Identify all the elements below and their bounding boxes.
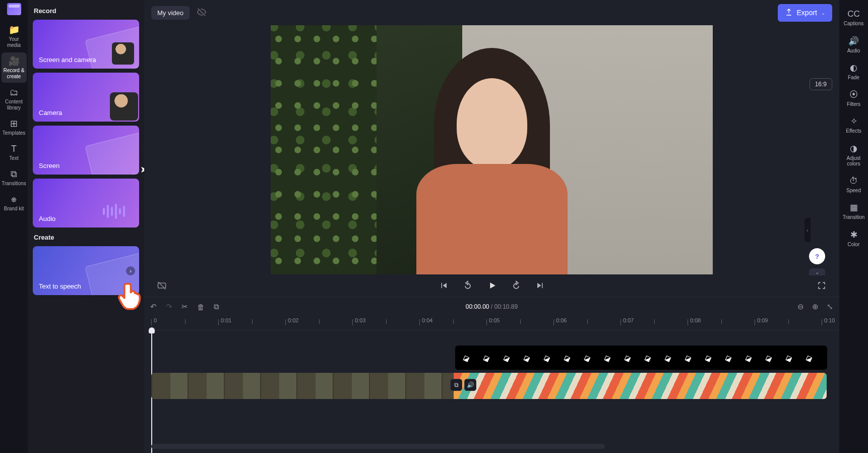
rec-card-label: Audio [39, 215, 55, 222]
rr-transition[interactable]: ▦Transition [841, 198, 867, 223]
nav-label: Transitions [2, 181, 26, 187]
effect-glyph-icon: ⬙ [541, 351, 555, 365]
rr-filters[interactable]: ⦿Filters [841, 86, 867, 110]
video-preview[interactable] [271, 25, 713, 274]
record-screen[interactable]: Screen [33, 126, 139, 175]
rr-adjust-colors[interactable]: ◑Adjust colors [841, 139, 867, 170]
rec-card-label: Camera [39, 109, 62, 117]
ruler-minor-tick [721, 319, 722, 324]
avatar-thumb-icon [112, 42, 134, 65]
nav-rail: 📁 Your media 🎥 Record & create 🗂 Content… [0, 0, 28, 453]
undo-button[interactable]: ↶ [150, 302, 157, 311]
rr-captions[interactable]: CCCaptions [841, 5, 867, 30]
zoom-in-button[interactable]: ⊕ [812, 302, 819, 311]
chevron-right-icon: › [126, 266, 135, 275]
rec-card-label: Text to speech [39, 282, 81, 290]
nav-text[interactable]: T Text [2, 140, 27, 164]
nav-brand-kit[interactable]: ⎈ Brand kit [2, 191, 27, 215]
project-title[interactable]: My video [151, 6, 190, 20]
ruler-minor-tick [386, 319, 387, 324]
record-camera[interactable]: Camera [33, 73, 139, 122]
skip-end-button[interactable] [535, 280, 546, 291]
effect-glyph-icon: ⬙ [763, 351, 777, 365]
play-button[interactable] [486, 280, 498, 291]
current-time: 00:00.00 [466, 303, 489, 310]
effects-track-clip[interactable]: ⬙⬙⬙⬙⬙⬙⬙⬙⬙⬙⬙⬙⬙⬙⬙⬙⬙⬙ [455, 346, 827, 370]
ruler-tick: 0:10 [822, 319, 822, 325]
nav-transitions[interactable]: ⧉ Transitions [2, 165, 27, 190]
ruler-tick: 0:01 [218, 319, 219, 325]
create-text-to-speech[interactable]: › Text to speech [33, 246, 139, 295]
app-logo[interactable] [7, 3, 21, 15]
effect-glyph-icon: ⬙ [481, 351, 495, 365]
timeline-ruler[interactable]: 00:010:020:030:040:050:060:070:080:090:1… [151, 316, 839, 330]
export-label: Export [797, 9, 817, 17]
redo-button[interactable]: ↷ [166, 302, 172, 311]
ruler-tick: 0:08 [688, 319, 688, 325]
nav-label: Record & create [2, 68, 27, 80]
brand-kit-icon: ⎈ [11, 195, 17, 204]
color-icon: ✱ [850, 230, 857, 240]
rewind-10-button[interactable] [462, 280, 473, 291]
ruler-tick: 0 [151, 319, 152, 325]
fullscreen-button[interactable] [816, 280, 827, 291]
panel-heading-record: Record [34, 7, 138, 15]
visibility-off-icon[interactable] [197, 7, 207, 19]
effect-glyph-icon: ⬙ [582, 351, 596, 365]
nav-record-create[interactable]: 🎥 Record & create [2, 52, 27, 83]
delete-button[interactable]: 🗑 [197, 303, 205, 311]
audio-badge-icon[interactable]: 🔊 [464, 379, 476, 391]
record-screen-and-camera[interactable]: Screen and camera [33, 20, 139, 69]
help-button[interactable]: ? [809, 248, 825, 264]
ruler-tick: 0:04 [419, 319, 420, 325]
rec-card-label: Screen and camera [39, 56, 96, 64]
rr-fade[interactable]: ◐Fade [841, 59, 867, 84]
chevron-down-icon: ⌄ [821, 10, 825, 16]
transition-badge-icon[interactable]: ⧉ [450, 379, 462, 391]
timeline-tracks[interactable]: ⬙⬙⬙⬙⬙⬙⬙⬙⬙⬙⬙⬙⬙⬙⬙⬙⬙⬙ ⧉ 🔊 [144, 330, 839, 453]
forward-10-button[interactable] [511, 280, 522, 291]
rr-color[interactable]: ✱Color [841, 225, 867, 251]
video-clip-2[interactable] [454, 373, 827, 399]
split-button[interactable]: ✂ [181, 302, 188, 311]
zoom-out-button[interactable]: ⊖ [797, 302, 804, 311]
nav-label: Brand kit [4, 206, 24, 212]
effect-glyph-icon: ⬙ [803, 351, 818, 365]
clip-join-controls: ⧉ 🔊 [450, 379, 476, 391]
filters-icon: ⦿ [849, 90, 858, 100]
timeline-toolbar: ↶ ↷ ✂ 🗑 ⧉ 00:00.00 / 00:10.89 ⊖ ⊕ ⤡ [144, 297, 839, 316]
nav-your-media[interactable]: 📁 Your media [2, 21, 27, 51]
preview-area: 16:9 ? ⌄ [144, 25, 839, 274]
transition-icon: ▦ [850, 202, 858, 213]
record-audio[interactable]: Audio [33, 179, 139, 228]
record-panel: Record Screen and camera Camera Screen A… [28, 0, 144, 453]
ruler-minor-tick [252, 319, 253, 324]
captions-icon: CC [847, 9, 860, 19]
pointer-cursor-icon: ➤ [140, 164, 144, 175]
aspect-ratio-button[interactable]: 16:9 [810, 78, 832, 90]
adjust-colors-icon: ◑ [850, 143, 857, 154]
export-button[interactable]: Export ⌄ [778, 4, 832, 22]
topbar: My video Export ⌄ [144, 0, 839, 25]
duplicate-button[interactable]: ⧉ [214, 302, 219, 311]
effect-glyph-icon: ⬙ [521, 351, 535, 365]
ruler-minor-tick [319, 319, 320, 324]
video-clip-1[interactable] [151, 373, 454, 399]
effect-glyph-icon: ⬙ [783, 351, 797, 365]
ruler-minor-tick [587, 319, 588, 324]
right-rail: CCCaptions 🔊Audio ◐Fade ⦿Filters ✧Effect… [839, 0, 868, 453]
collapse-right-rail-button[interactable]: › [804, 218, 811, 242]
rr-speed[interactable]: ⏱Speed [841, 172, 867, 197]
skip-start-button[interactable] [438, 280, 449, 291]
zoom-fit-button[interactable]: ⤡ [827, 302, 833, 311]
rr-effects[interactable]: ✧Effects [841, 112, 867, 137]
nav-content-library[interactable]: 🗂 Content library [2, 84, 27, 114]
rr-audio[interactable]: 🔊Audio [841, 32, 867, 57]
timeline-scrollbar[interactable] [151, 444, 605, 449]
nav-templates[interactable]: ⊞ Templates [2, 115, 27, 139]
ruler-minor-tick [453, 319, 454, 324]
safe-zone-icon[interactable] [156, 280, 167, 291]
ruler-tick: 0:06 [553, 319, 554, 325]
effect-glyph-icon: ⬙ [501, 351, 515, 365]
ruler-tick: 0:03 [352, 319, 353, 325]
